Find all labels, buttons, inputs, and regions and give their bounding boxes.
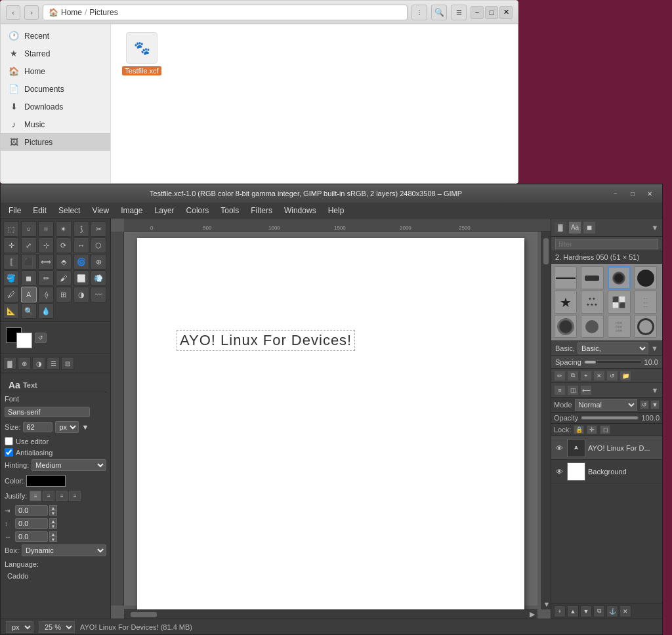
layers-new-button[interactable]: +: [554, 605, 566, 617]
font-input[interactable]: [5, 407, 90, 417]
layers-delete-button[interactable]: ✕: [620, 605, 631, 617]
tool-fuzzy-select[interactable]: ✴: [56, 221, 72, 237]
layer-item-background[interactable]: 👁 Background: [551, 460, 662, 483]
brush-refresh-button[interactable]: ↺: [606, 371, 618, 381]
layers-duplicate-button[interactable]: ⧉: [593, 605, 605, 617]
lock-pixels-button[interactable]: 🔒: [574, 425, 584, 434]
line-spacing-up[interactable]: ▲: [49, 518, 57, 523]
color-swatch[interactable]: [26, 475, 66, 487]
scroll-down-button[interactable]: ▼: [542, 599, 551, 609]
tool-smudge[interactable]: 〰: [91, 287, 106, 302]
tool-flip[interactable]: ⟺: [38, 254, 54, 270]
tool-scissors[interactable]: ✂: [91, 221, 106, 237]
gimp-text-layer[interactable]: AYO! Linux For Devices!: [177, 330, 355, 351]
justify-right-button[interactable]: ≡: [56, 491, 68, 501]
menu-layer[interactable]: Layer: [150, 205, 180, 216]
layer-item-text[interactable]: 👁 A AYO! Linux For D...: [551, 436, 662, 460]
tool-zoom[interactable]: 🔍: [21, 303, 37, 319]
mode-burn-button[interactable]: ◑: [32, 357, 45, 370]
scrollbar-v-thumb[interactable]: [543, 238, 549, 264]
tool-pencil[interactable]: ✏: [38, 270, 54, 286]
menu-filters[interactable]: Filters: [245, 205, 278, 216]
tool-shear[interactable]: ⬡: [91, 237, 106, 253]
mode-expand-button[interactable]: ⊟: [61, 357, 74, 370]
brush-edit-button[interactable]: ✏: [554, 371, 566, 381]
tool-airbrush[interactable]: 💨: [91, 270, 106, 286]
layers-tab-paths[interactable]: ⟵: [580, 385, 592, 396]
brush-cell-10[interactable]: [581, 315, 604, 338]
box-select[interactable]: Dynamic: [22, 544, 106, 556]
layers-mode-select[interactable]: Normal: [575, 399, 637, 411]
indent-up[interactable]: ▲: [49, 505, 57, 510]
brush-filter-input[interactable]: [555, 239, 658, 249]
fm-search-button[interactable]: 🔍: [431, 5, 447, 20]
menu-edit[interactable]: Edit: [28, 205, 52, 216]
brush-cell-9[interactable]: [554, 315, 577, 338]
menu-view[interactable]: View: [87, 205, 114, 216]
mode-screen-button[interactable]: ⊕: [18, 357, 31, 370]
tool-warp[interactable]: 🌀: [74, 254, 89, 270]
tool-move[interactable]: ✛: [3, 237, 19, 253]
gimp-canvas[interactable]: AYO! Linux For Devices!: [124, 232, 537, 605]
brush-delete-button[interactable]: ✕: [593, 371, 605, 381]
brush-tab-brushes[interactable]: Aa: [568, 221, 581, 234]
brush-cell-8[interactable]: ∙∙∙∙∙∙∙∙∙∙∙∙: [634, 291, 657, 314]
fm-view-options-button[interactable]: ☰: [451, 5, 467, 20]
fm-minimize-button[interactable]: −: [471, 6, 484, 19]
mode-expand-button[interactable]: ▼: [650, 400, 660, 409]
char-spacing-input[interactable]: [15, 531, 48, 542]
antialiasing-checkbox[interactable]: [5, 448, 13, 457]
status-unit-select[interactable]: px: [6, 621, 33, 633]
sidebar-item-downloads[interactable]: ⬇ Downloads: [1, 98, 110, 115]
tool-paint-bucket[interactable]: 🪣: [3, 270, 19, 286]
char-spacing-up[interactable]: ▲: [49, 531, 57, 537]
tool-color-picker[interactable]: 💧: [38, 303, 54, 319]
mode-normal-button[interactable]: ▓: [3, 357, 16, 370]
brush-preset-menu-icon[interactable]: ▼: [651, 344, 658, 352]
menu-windows[interactable]: Windows: [279, 205, 322, 216]
fm-forward-button[interactable]: ›: [24, 5, 39, 20]
brush-cell-12[interactable]: [634, 315, 657, 338]
brush-cell-hardness-50[interactable]: [608, 266, 631, 289]
spacing-bar[interactable]: [584, 360, 642, 364]
tool-perspective[interactable]: ⟦: [3, 254, 19, 270]
brush-panel-menu[interactable]: ▼: [650, 224, 660, 232]
menu-tools[interactable]: Tools: [215, 205, 244, 216]
fm-options-button[interactable]: ⋮: [411, 5, 427, 20]
tool-heal[interactable]: ⟠: [38, 287, 54, 302]
tool-cage[interactable]: ⬘: [56, 254, 72, 270]
brush-preset-select[interactable]: Basic,: [578, 342, 648, 354]
layers-panel-menu[interactable]: ▼: [650, 386, 660, 394]
sidebar-item-home[interactable]: 🏠 Home: [1, 62, 110, 80]
brush-cell-6[interactable]: ✦✦✦✦✦: [581, 291, 604, 314]
layers-raise-button[interactable]: ▲: [567, 605, 579, 617]
char-spacing-down[interactable]: ▼: [49, 537, 57, 542]
gimp-horizontal-scrollbar[interactable]: ▶: [124, 609, 537, 619]
gimp-fg-bg-colors[interactable]: [6, 327, 32, 348]
brush-cell-2[interactable]: [581, 266, 604, 289]
menu-file[interactable]: File: [3, 205, 26, 216]
tool-free-select[interactable]: ⌗: [38, 221, 54, 237]
brush-folder-button[interactable]: 📁: [620, 371, 631, 381]
tool-ink[interactable]: 🖊: [3, 287, 19, 302]
layer-visibility-background[interactable]: 👁: [554, 466, 564, 477]
tool-eraser[interactable]: ⬜: [74, 270, 89, 286]
sidebar-item-pictures[interactable]: 🖼 Pictures: [1, 133, 110, 151]
brush-copy-button[interactable]: ⧉: [567, 371, 579, 381]
tool-handle-transform[interactable]: ⊕: [91, 254, 106, 270]
brush-cell-7[interactable]: ⬛⬜⬜⬛: [608, 291, 631, 314]
brush-cell-11[interactable]: ○○○○○○○○○: [608, 315, 631, 338]
menu-select[interactable]: Select: [53, 205, 85, 216]
layers-tab-layers[interactable]: ≡: [554, 385, 566, 396]
gimp-close-button[interactable]: ✕: [644, 188, 656, 199]
size-unit-select[interactable]: px: [55, 421, 79, 433]
status-zoom-select[interactable]: 25 %: [39, 621, 75, 633]
fm-close-button[interactable]: ✕: [499, 6, 513, 19]
tool-scale[interactable]: ↔: [74, 237, 89, 253]
tool-transform-3d[interactable]: ⬛: [21, 254, 37, 270]
brush-cell-star[interactable]: ★: [554, 291, 577, 314]
indent-down[interactable]: ▼: [49, 510, 57, 516]
indent-input[interactable]: [15, 505, 48, 516]
brush-tab-gradients[interactable]: ◼: [583, 221, 596, 234]
scrollbar-h-thumb[interactable]: [131, 612, 157, 617]
